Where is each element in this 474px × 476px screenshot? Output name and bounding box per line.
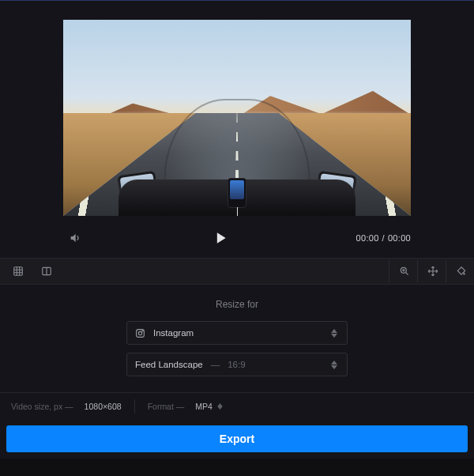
export-button[interactable]: Export [6, 425, 468, 452]
platform-select[interactable]: Instagram [126, 321, 348, 345]
fill-icon[interactable] [446, 260, 468, 282]
format-label: Format — [148, 402, 185, 411]
footer-info: Video size, px — 1080×608 Format — MP4 [0, 392, 474, 419]
preset-select[interactable]: Feed Landscape — 16:9 [126, 353, 348, 376]
format-select[interactable]: MP4 [195, 402, 223, 411]
preset-ratio: 16:9 [228, 360, 245, 369]
stepper-icon [217, 403, 223, 410]
current-time: 00:00 [356, 233, 379, 243]
video-size-value: 1080×608 [85, 402, 122, 411]
grid-icon[interactable] [6, 260, 28, 282]
zoom-icon[interactable] [389, 260, 411, 282]
time-display: 00:00 / 00:00 [356, 233, 411, 243]
panel-title: Resize for [0, 299, 474, 310]
instagram-icon [135, 328, 145, 338]
move-icon[interactable] [417, 260, 439, 282]
play-button[interactable] [213, 230, 228, 246]
volume-icon[interactable] [63, 227, 85, 249]
split-view-icon[interactable] [35, 260, 57, 282]
toolbar [0, 258, 474, 285]
video-size-label: Video size, px — [11, 402, 73, 411]
stepper-icon [331, 353, 342, 376]
platform-label: Instagram [153, 328, 194, 338]
svg-rect-0 [13, 267, 22, 276]
format-value: MP4 [195, 402, 213, 411]
stepper-icon [331, 322, 342, 344]
total-time: 00:00 [388, 233, 411, 243]
preset-label: Feed Landscape [135, 360, 203, 369]
svg-point-5 [142, 330, 143, 331]
svg-point-4 [138, 331, 141, 334]
video-preview[interactable] [63, 20, 411, 216]
